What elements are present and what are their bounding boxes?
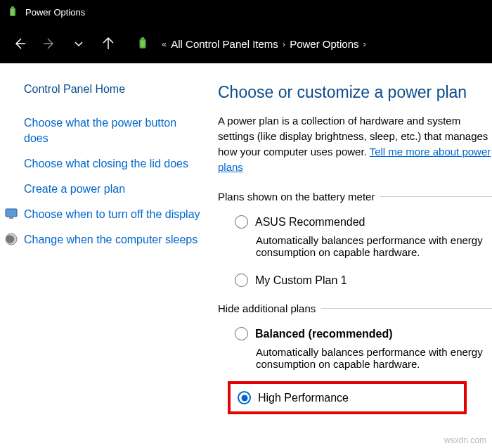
breadcrumb-ellipsis[interactable]: « bbox=[162, 39, 167, 49]
main-panel: Choose or customize a power plan A power… bbox=[218, 83, 492, 414]
svg-rect-4 bbox=[141, 37, 145, 39]
window-title: Power Options bbox=[25, 7, 85, 18]
breadcrumb-item[interactable]: Power Options bbox=[290, 38, 358, 50]
watermark: wsxdn.com bbox=[444, 435, 486, 445]
navbar: « All Control Panel Items › Power Option… bbox=[0, 24, 492, 63]
radio-balanced[interactable] bbox=[235, 327, 248, 340]
display-icon bbox=[4, 207, 20, 222]
group-label-shown: Plans shown on the battery meter bbox=[218, 191, 492, 203]
plan-name[interactable]: ASUS Recommended bbox=[255, 216, 365, 229]
sidebar: Control Panel Home Choose what the power… bbox=[0, 83, 218, 414]
side-link-sleep[interactable]: Change when the computer sleeps bbox=[24, 232, 198, 248]
up-button[interactable] bbox=[94, 30, 122, 58]
svg-rect-5 bbox=[141, 41, 145, 47]
side-link-turnoff-display[interactable]: Choose when to turn off the display bbox=[24, 207, 200, 222]
battery-icon bbox=[136, 36, 152, 51]
svg-rect-1 bbox=[11, 6, 14, 8]
page-description: A power plan is a collection of hardware… bbox=[218, 113, 492, 175]
side-link-closing-lid[interactable]: Choose what closing the lid does bbox=[24, 156, 188, 172]
back-button[interactable] bbox=[6, 30, 34, 58]
plan-custom: My Custom Plan 1 bbox=[235, 274, 492, 287]
control-panel-home-link[interactable]: Control Panel Home bbox=[24, 83, 201, 96]
radio-high-performance[interactable] bbox=[238, 391, 251, 404]
radio-asus[interactable] bbox=[235, 215, 248, 229]
svg-rect-6 bbox=[6, 209, 17, 217]
forward-button[interactable] bbox=[35, 30, 63, 58]
titlebar: Power Options bbox=[0, 0, 492, 24]
content-area: Control Panel Home Choose what the power… bbox=[0, 63, 492, 414]
radio-custom[interactable] bbox=[235, 274, 248, 287]
chevron-right-icon[interactable]: › bbox=[363, 39, 366, 49]
highlight-box: High Performance bbox=[228, 381, 467, 414]
plan-desc: Automatically balances performance with … bbox=[256, 346, 492, 370]
chevron-right-icon[interactable]: › bbox=[283, 39, 285, 49]
breadcrumb[interactable]: « All Control Panel Items › Power Option… bbox=[136, 30, 370, 58]
recent-dropdown-button[interactable] bbox=[65, 30, 93, 58]
side-link-power-button[interactable]: Choose what the power button does bbox=[24, 115, 201, 146]
plan-desc: Automatically balances performance with … bbox=[256, 234, 492, 258]
page-heading: Choose or customize a power plan bbox=[218, 83, 492, 102]
svg-rect-7 bbox=[9, 217, 13, 219]
side-link-create-plan[interactable]: Create a power plan bbox=[24, 181, 125, 197]
svg-rect-2 bbox=[11, 9, 15, 15]
battery-icon bbox=[6, 5, 20, 19]
sleep-icon bbox=[4, 232, 20, 248]
group-label-hide[interactable]: Hide additional plans bbox=[218, 302, 492, 314]
plan-balanced: Balanced (recommended) Automatically bal… bbox=[235, 327, 492, 370]
plan-name[interactable]: My Custom Plan 1 bbox=[255, 274, 347, 287]
plan-asus: ASUS Recommended Automatically balances … bbox=[235, 215, 492, 258]
plan-name[interactable]: Balanced (recommended) bbox=[255, 328, 393, 340]
plan-name[interactable]: High Performance bbox=[258, 392, 349, 404]
breadcrumb-item[interactable]: All Control Panel Items bbox=[171, 38, 278, 50]
